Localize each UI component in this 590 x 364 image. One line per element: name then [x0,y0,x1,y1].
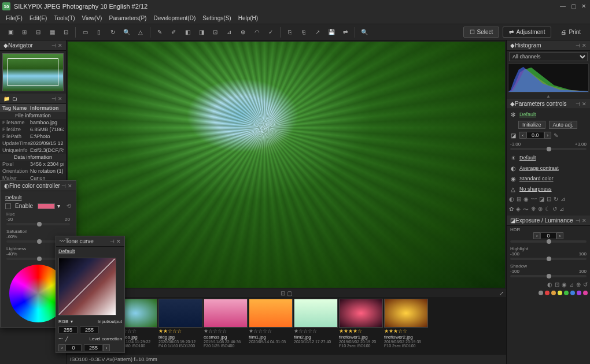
paste-icon[interactable]: ⎗ [298,27,309,38]
pin-icon[interactable]: ⊣ ✕ [51,43,62,49]
thumbnail-item[interactable]: ★☆☆☆☆ film1.jpg 2020/09/14 04:31:05 [249,299,293,353]
picker-icon[interactable]: ✎ [554,132,558,139]
fit-icon[interactable]: ⊡ ▢ [281,290,292,296]
hue-slider[interactable] [6,223,70,225]
path-icon[interactable]: ◠ [251,27,263,38]
eraser-icon[interactable]: ◨ [196,27,207,38]
tool6-icon[interactable]: ⊡ [547,196,551,202]
clone-icon[interactable]: ⊕ [237,27,249,38]
toolD-icon[interactable]: ⊕ [538,206,543,214]
toolC-icon[interactable]: ❋ [531,206,536,214]
tool8-icon[interactable]: ⊿ [560,196,565,202]
save-icon[interactable]: 💾 [326,27,337,38]
search-icon[interactable]: 🔍 [359,27,370,38]
fc-default-link[interactable]: Default [5,195,22,200]
h4-icon[interactable]: ⊿ [569,281,574,288]
channel-select[interactable]: All channels [509,52,588,61]
menu-development[interactable]: Development(D) [150,15,199,21]
reset-icon[interactable]: ⟲ [67,203,71,209]
print-button[interactable]: 🖨Print [555,27,587,37]
menu-settings[interactable]: Settings(S) [199,15,234,21]
straighten-icon[interactable]: ⊿ [223,27,235,38]
default-link[interactable]: Default [519,112,536,117]
expand-icon[interactable]: ⤢ [499,290,504,296]
view1-icon[interactable]: ▭ [79,27,91,38]
tool3-icon[interactable]: ◉ [523,196,529,202]
thumbnail-item[interactable]: ★☆☆☆☆ film2.jpg 2020/10/12 17:27:40 [294,299,338,353]
tc-default-link[interactable]: Default [58,248,75,254]
color-swatch[interactable] [38,203,55,209]
copy-icon[interactable]: ⎘ [284,27,296,38]
navigator-thumbnail[interactable] [2,53,64,91]
adjust-icon[interactable]: ◧ [182,27,193,38]
initialize-button[interactable]: Initialize [518,121,545,129]
tool1-icon[interactable]: ◐ [509,196,514,202]
tone-curve-panel[interactable]: 〰 Tone curve⊣ ✕ Default RGB▾ Input/outpu… [56,236,125,353]
thumbnail-item[interactable]: ★☆☆☆☆ cosmos.jpg 2019/11/08 22:46:36 F20… [204,299,248,353]
color-link[interactable]: Standard color [519,176,554,181]
h6-icon[interactable]: ↺ [583,281,588,288]
h5-icon[interactable]: ⊕ [576,281,581,288]
folder2-icon[interactable]: 🗀 [12,96,17,102]
enable-checkbox[interactable] [5,203,11,209]
tool5-icon[interactable]: ◪ [539,196,544,202]
highlight-slider[interactable] [510,258,587,260]
image-preview[interactable] [68,42,505,288]
folder-icon[interactable]: 📁 [3,96,10,102]
wb-default-link[interactable]: Default [519,155,536,161]
brush-icon[interactable]: ✎ [154,27,165,38]
layout2-icon[interactable]: ⊟ [32,27,44,38]
check-icon[interactable]: ✓ [265,27,276,38]
color-tags[interactable] [507,289,590,296]
maximize-icon[interactable]: ▢ [569,2,577,10]
toolE-icon[interactable]: ☾ [545,206,550,214]
toolA-icon[interactable]: ◈ [516,206,521,214]
layout1-icon[interactable]: ⊞ [19,27,30,38]
tool4-icon[interactable]: 〰 [531,196,537,202]
line-icon[interactable]: ╱ [65,336,68,341]
sharpness-link[interactable]: No sharpness [519,186,552,192]
thumbnail-item[interactable]: ★★☆☆☆ bldg.jpg 2020/08/03 19:20:12 F4.0 … [158,299,202,353]
h3-icon[interactable]: ◉ [562,281,567,288]
toolB-icon[interactable]: 〜 [523,206,529,214]
picker-icon[interactable]: ✐ [168,27,179,38]
menu-help[interactable]: Help(H) [235,15,261,21]
curve-icon[interactable]: 〜 [58,336,63,342]
tool2-icon[interactable]: ⊞ [517,196,521,202]
view2-icon[interactable]: ▯ [93,27,105,38]
ev-slider[interactable] [510,148,587,150]
export-icon[interactable]: ↗ [312,27,323,38]
hdr-input[interactable]: ‹0› [510,232,587,239]
rotate-icon[interactable]: ↻ [107,27,119,38]
adjustment-button[interactable]: ⇄Adjustment [503,27,551,38]
link-icon[interactable]: ⇄ [340,27,351,38]
warn-icon[interactable]: △ [135,27,146,38]
select-button[interactable]: ☐Select [463,27,500,38]
hdr-slider[interactable] [510,240,587,243]
toolG-icon[interactable]: ⊿ [559,206,564,214]
h1-icon[interactable]: ◐ [547,281,552,288]
menu-tools[interactable]: Tools(T) [50,15,78,21]
zoom-icon[interactable]: 🔍 [121,27,132,38]
thumbnail-item[interactable]: ★★★★☆ fireflower1.jpg 2019/08/02 20:19:2… [339,299,383,353]
minimize-icon[interactable]: — [559,2,567,10]
nav-icon[interactable]: ▣ [5,27,16,38]
tone-curve-graph[interactable] [58,258,116,315]
tool7-icon[interactable]: ↻ [554,196,558,202]
close-icon[interactable]: ✕ [580,2,588,10]
thumbnail-item[interactable]: ★★★☆☆ fireflower2.jpg 2019/08/02 20:19:3… [384,299,428,353]
menu-edit[interactable]: Edit(E) [26,15,51,21]
crop-icon[interactable]: ⊡ [209,27,221,38]
tool9-icon[interactable]: ✿ [509,206,514,214]
ev-input[interactable]: ‹0.0› [519,132,551,139]
autoadj-button[interactable]: Auto adj. [549,121,578,129]
h2-icon[interactable]: ⊡ [555,281,559,288]
menu-parameters[interactable]: Parameters(P) [105,15,150,21]
menu-view[interactable]: View(V) [79,15,106,21]
toolF-icon[interactable]: ↺ [552,206,557,214]
layout3-icon[interactable]: ▦ [46,27,58,38]
shadow-slider[interactable] [510,275,587,277]
contrast-link[interactable]: Average contrast [519,165,559,171]
menu-file[interactable]: File(F) [2,15,26,21]
layout4-icon[interactable]: ⊡ [60,27,72,38]
